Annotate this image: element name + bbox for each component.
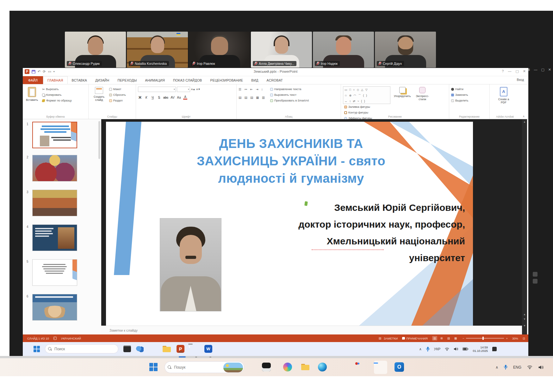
- tab-acrobat[interactable]: ACROBAT: [263, 76, 287, 84]
- tab-view[interactable]: ВИД: [247, 76, 262, 84]
- language-switcher[interactable]: УКР: [434, 347, 441, 351]
- zoom-slider[interactable]: [466, 338, 504, 339]
- powerpoint-taskbar-icon[interactable]: P: [177, 345, 184, 353]
- scroll-up-icon[interactable]: ▲: [522, 120, 527, 123]
- indent-decrease-icon[interactable]: ⇤: [250, 88, 253, 91]
- close-icon[interactable]: ✕: [548, 68, 551, 72]
- scroll-down-icon[interactable]: ▼: [522, 324, 527, 327]
- tab-review[interactable]: РЕЦЕНЗИРОВАНИЕ: [206, 76, 247, 84]
- start-button[interactable]: [34, 346, 40, 352]
- slide-thumbnail-3[interactable]: [32, 190, 77, 216]
- slide-scrollbar[interactable]: ▲ ▲ ▼ ▼: [522, 119, 527, 334]
- shapes-gallery[interactable]: ▭ □ ○ ◇ △ ▽ ☆ ⊕ ◠ ⌒ ( ) ↔ ↕ ⇄ ~ { }: [343, 86, 390, 104]
- underline-button[interactable]: Ч: [151, 96, 155, 99]
- slide-sorter-icon[interactable]: ⊞: [439, 336, 444, 340]
- people-app-icon[interactable]: [136, 345, 144, 353]
- wifi-icon[interactable]: [445, 347, 449, 351]
- italic-button[interactable]: К: [144, 96, 148, 99]
- slide-thumbnail-5[interactable]: [32, 259, 77, 286]
- align-center-icon[interactable]: ▤: [244, 96, 247, 99]
- edge-icon[interactable]: [318, 363, 327, 371]
- video-tile[interactable]: Олександр Рудик: [65, 32, 126, 68]
- meeting-side-control[interactable]: [533, 272, 537, 277]
- align-text-button[interactable]: Выровнять текст: [270, 92, 309, 98]
- normal-view-icon[interactable]: ▥: [432, 336, 437, 340]
- tab-slideshow[interactable]: ПОКАЗ СЛАЙДОВ: [169, 76, 206, 84]
- tray-chevron-icon[interactable]: ∧: [495, 365, 498, 370]
- wifi-icon[interactable]: [527, 365, 532, 369]
- tab-file[interactable]: ФАЙЛ: [23, 76, 43, 84]
- font-name-combo[interactable]: ▾: [138, 87, 176, 92]
- restore-icon[interactable]: ▢: [515, 69, 519, 73]
- numbering-icon[interactable]: ≔: [244, 88, 247, 91]
- zoom-level[interactable]: 30%: [512, 337, 518, 340]
- battery-icon[interactable]: [463, 347, 468, 351]
- indent-increase-icon[interactable]: ⇥: [256, 88, 258, 91]
- proofing-icon[interactable]: ✓: [53, 337, 57, 340]
- bold-button[interactable]: Ж: [138, 96, 142, 99]
- slide-thumbnail-2[interactable]: [32, 155, 77, 181]
- outlook-icon[interactable]: O: [395, 362, 404, 372]
- tab-transitions[interactable]: ПЕРЕХОДЫ: [113, 76, 141, 84]
- change-case-button[interactable]: Аа: [177, 96, 181, 99]
- word-app-icon[interactable]: W: [204, 345, 212, 353]
- strikethrough-button[interactable]: abc: [163, 96, 168, 99]
- paste-button[interactable]: Вставить: [25, 86, 39, 102]
- meeting-side-control[interactable]: [533, 279, 537, 284]
- new-slide-button[interactable]: Создать слайд: [90, 86, 108, 102]
- format-painter-button[interactable]: Формат по образцу: [42, 98, 72, 103]
- search-box[interactable]: [165, 361, 244, 373]
- task-view-icon[interactable]: [262, 363, 271, 371]
- tab-animations[interactable]: АНИМАЦИЯ: [141, 76, 169, 84]
- font-color-button[interactable]: А: [183, 95, 187, 100]
- language-indicator[interactable]: УКРАИНСКИЙ: [61, 337, 81, 340]
- collapse-ribbon-icon[interactable]: ∧: [523, 115, 525, 118]
- shape-outline-button[interactable]: Контур фигуры: [344, 110, 372, 115]
- find-button[interactable]: Найти: [451, 86, 488, 92]
- speaker-icon[interactable]: [538, 365, 544, 370]
- previous-slide-icon[interactable]: ▲: [522, 313, 527, 316]
- text-direction-button[interactable]: Направление текста: [270, 86, 309, 92]
- search-input[interactable]: [54, 347, 86, 351]
- slideshow-view-icon[interactable]: ▦: [453, 336, 458, 340]
- notification-icon[interactable]: [492, 347, 497, 351]
- notes-pane[interactable]: Заметки к слайду: [101, 326, 522, 334]
- start-button[interactable]: [149, 363, 158, 371]
- slide-canvas[interactable]: ДЕНЬ ЗАХИСНИКІВ ТА ЗАХИСНИЦЬ УКРАЇНИ - с…: [106, 122, 473, 326]
- zoom-out-icon[interactable]: −: [463, 337, 464, 340]
- speaker-icon[interactable]: [454, 347, 458, 351]
- replace-button[interactable]: Заменить: [451, 92, 488, 98]
- tab-design[interactable]: ДИЗАЙН: [91, 76, 113, 84]
- tray-chevron-icon[interactable]: ∧: [419, 347, 422, 351]
- tray-mic-icon[interactable]: [504, 365, 507, 370]
- layout-button[interactable]: Макет: [109, 86, 126, 92]
- video-tile[interactable]: Ігор Равлюк: [189, 32, 250, 68]
- font-size-combo[interactable]: ▾: [177, 87, 190, 92]
- help-icon[interactable]: ?: [502, 69, 504, 73]
- section-button[interactable]: Раздел: [109, 98, 126, 103]
- reset-button[interactable]: Сбросить: [109, 92, 126, 98]
- notes-toggle[interactable]: ▤ЗАМЕТКИ: [377, 336, 398, 340]
- bullets-icon[interactable]: ☰: [239, 88, 241, 91]
- align-right-icon[interactable]: ▤: [250, 96, 253, 99]
- laptop-app-icon[interactable]: [123, 346, 131, 352]
- comments-toggle[interactable]: ПРИМЕЧАНИЯ: [402, 337, 427, 340]
- arrange-button[interactable]: Упорядочить: [393, 86, 412, 98]
- video-tile[interactable]: Nataliia Korzhenivska: [127, 32, 188, 68]
- slide-thumbnail-6[interactable]: [32, 294, 77, 321]
- select-button[interactable]: Выделить: [451, 98, 488, 103]
- thumbnail-scrollbar[interactable]: [98, 121, 100, 159]
- slide-title[interactable]: ДЕНЬ ЗАХИСНИКІВ ТА ЗАХИСНИЦЬ УКРАЇНИ - с…: [179, 135, 403, 187]
- text-shadow-button[interactable]: S: [157, 96, 161, 99]
- tab-insert[interactable]: ВСТАВКА: [68, 76, 91, 84]
- tab-home[interactable]: ГЛАВНАЯ: [43, 76, 68, 84]
- fit-to-window-icon[interactable]: ⊡: [523, 337, 525, 340]
- weather-widget[interactable]: [223, 363, 243, 372]
- maximize-icon[interactable]: ▢: [541, 68, 544, 72]
- copy-button[interactable]: Копировать: [42, 92, 72, 98]
- align-left-icon[interactable]: ▤: [239, 96, 241, 99]
- zoom-in-icon[interactable]: +: [506, 337, 508, 340]
- close-icon[interactable]: ✕: [523, 69, 526, 73]
- quick-styles-button[interactable]: Экспресс-стили: [413, 86, 432, 101]
- shape-fill-button[interactable]: Заливка фигуры: [344, 104, 372, 110]
